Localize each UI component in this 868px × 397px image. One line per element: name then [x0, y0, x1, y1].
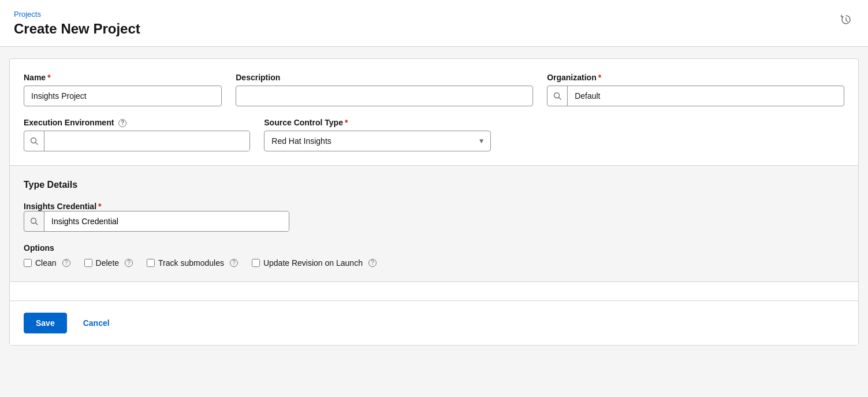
delete-checkbox[interactable] — [84, 259, 92, 267]
track-submodules-checkbox-item: Track submodules ? — [147, 258, 238, 268]
organization-value: Default — [568, 88, 607, 104]
delete-label: Delete — [96, 258, 119, 268]
update-revision-checkbox[interactable] — [252, 259, 260, 267]
row-2: Execution Environment ? Source Control T — [24, 118, 844, 151]
update-revision-help-icon[interactable]: ? — [368, 259, 377, 267]
svg-line-3 — [36, 143, 38, 145]
insights-credential-input-wrapper — [24, 211, 289, 232]
organization-search-button[interactable] — [547, 86, 568, 106]
type-details-title: Type Details — [24, 180, 844, 190]
description-input[interactable] — [236, 86, 533, 106]
options-label: Options — [24, 243, 844, 253]
page-title: Create New Project — [14, 21, 854, 37]
execution-env-input-wrapper — [24, 131, 250, 151]
description-field: Description — [236, 73, 533, 106]
insights-credential-label: Insights Credential* — [24, 202, 101, 211]
type-details-section: Type Details Insights Credential* Option… — [10, 166, 858, 282]
execution-environment-field: Execution Environment ? — [24, 118, 250, 151]
insights-credential-group: Insights Credential* — [24, 202, 844, 232]
track-submodules-checkbox[interactable] — [147, 259, 155, 267]
clean-label: Clean — [35, 258, 57, 268]
clean-checkbox[interactable] — [24, 259, 32, 267]
main-form-section: Name* Description Organization* — [10, 59, 858, 166]
name-input[interactable] — [24, 86, 222, 106]
update-revision-label: Update Revision on Launch — [263, 258, 363, 268]
insights-credential-input[interactable] — [44, 212, 289, 231]
execution-env-help-icon[interactable]: ? — [118, 119, 126, 127]
clean-help-icon[interactable]: ? — [62, 259, 70, 267]
track-submodules-label: Track submodules — [158, 258, 224, 268]
row-1: Name* Description Organization* — [24, 73, 844, 106]
update-revision-checkbox-item: Update Revision on Launch ? — [252, 258, 377, 268]
options-group: Options Clean ? Delete ? Track submodule… — [24, 243, 844, 268]
source-control-label: Source Control Type* — [264, 118, 490, 127]
execution-env-search-button[interactable] — [24, 131, 44, 151]
clean-checkbox-item: Clean ? — [24, 258, 70, 268]
cancel-button[interactable]: Cancel — [76, 313, 117, 333]
delete-checkbox-item: Delete ? — [84, 258, 133, 268]
form-spacer — [10, 282, 858, 301]
track-submodules-help-icon[interactable]: ? — [230, 259, 238, 267]
checkboxes-row: Clean ? Delete ? Track submodules ? Upda… — [24, 258, 844, 268]
breadcrumb-link[interactable]: Projects — [14, 10, 41, 18]
name-field: Name* — [24, 73, 222, 106]
page-header: Projects Create New Project — [0, 0, 868, 47]
svg-line-5 — [36, 223, 38, 225]
organization-field: Organization* Default — [547, 73, 844, 106]
source-control-select-wrapper: Manual Git Subversion Mercurial Red Hat … — [264, 131, 490, 151]
insights-credential-search-button[interactable] — [24, 212, 44, 231]
form-container: Name* Description Organization* — [9, 58, 859, 346]
form-footer: Save Cancel — [10, 301, 858, 345]
execution-env-input[interactable] — [44, 131, 249, 151]
organization-input-wrapper: Default — [547, 86, 844, 106]
source-control-select[interactable]: Manual Git Subversion Mercurial Red Hat … — [264, 131, 490, 151]
execution-environment-label: Execution Environment ? — [24, 118, 250, 127]
name-label: Name* — [24, 73, 222, 82]
description-label: Description — [236, 73, 533, 82]
source-control-type-field: Source Control Type* Manual Git Subversi… — [264, 118, 490, 151]
save-button[interactable]: Save — [24, 313, 67, 333]
delete-help-icon[interactable]: ? — [125, 259, 133, 267]
history-button[interactable] — [838, 12, 854, 31]
organization-label: Organization* — [547, 73, 844, 82]
header-actions — [838, 12, 854, 31]
row2-spacer — [505, 118, 844, 151]
svg-line-1 — [559, 98, 561, 100]
